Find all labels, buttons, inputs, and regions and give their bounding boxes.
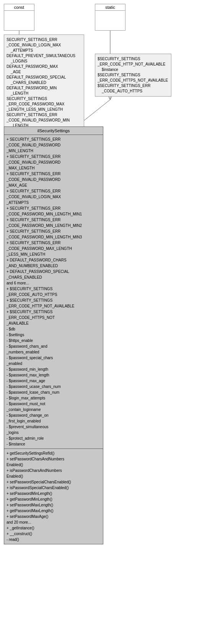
static-item: $SECURITY_SETTINGS_ERR_CODE_HTTP_NOT_AVA… <box>98 57 168 93</box>
const-box: const <box>4 4 34 31</box>
right-static-block: $SECURITY_SETTINGS_ERR_CODE_HTTP_NOT_AVA… <box>95 54 171 97</box>
class-title: ilSecuritySettings <box>4 127 103 135</box>
diagram-container: const static SECURITY_SETTINGS_ERR_CODE_… <box>0 0 202 644</box>
const-box-label: const <box>4 4 34 11</box>
attr-item: + SECURITY_SETTINGS_ERR_CODE_INVALID_PAS… <box>7 136 101 447</box>
attributes-section: + SECURITY_SETTINGS_ERR_CODE_INVALID_PAS… <box>4 135 103 449</box>
static-box: static <box>95 4 125 31</box>
methods-section: + getSecuritySettingsRefId()+ setPasswor… <box>4 449 103 544</box>
static-box-label: static <box>95 4 125 11</box>
method-item: + getSecuritySettingsRefId()+ setPasswor… <box>7 450 101 542</box>
main-class-box: ilSecuritySettings + SECURITY_SETTINGS_E… <box>4 127 103 544</box>
